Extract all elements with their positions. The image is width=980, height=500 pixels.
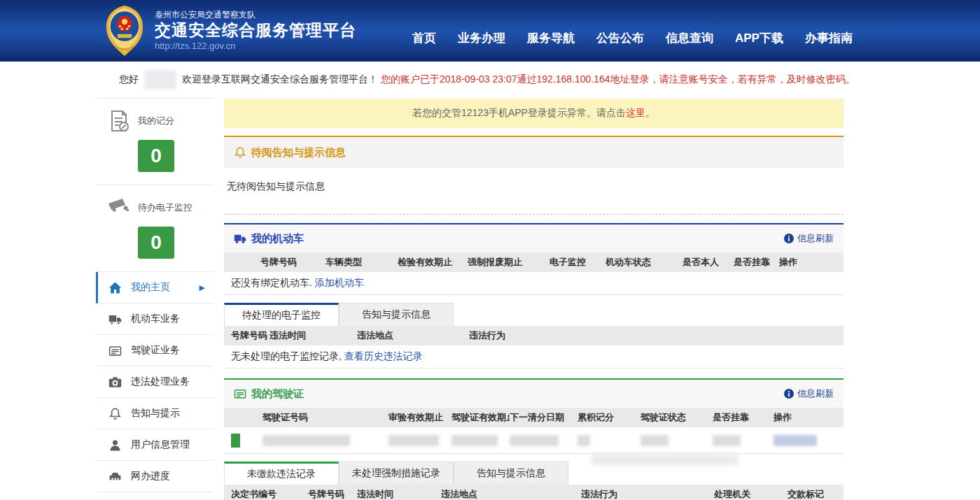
notice-here-link[interactable]: 这里 (626, 107, 645, 120)
redacted-value (578, 435, 590, 446)
stat-card-my-points[interactable]: 我的记分 0 (96, 99, 214, 185)
redacted-blur (592, 453, 738, 466)
sidebar-item-my-homepage[interactable]: 我的主页 ▶ (96, 272, 214, 303)
agency-name: 泰州市公安局交通警察支队 (155, 10, 356, 20)
site-logo-block[interactable]: 泰州市公安局交通警察支队 交通安全综合服务管理平台 http://tzs.122… (102, 5, 356, 57)
sidebar-item-notifications[interactable]: 告知与提示 (96, 398, 214, 429)
sidebar-item-license-business[interactable]: 驾驶证业务 (96, 335, 214, 366)
sidebar-item-label: 驾驶证业务 (131, 344, 180, 357)
license-data-row-redacted (224, 427, 844, 454)
welcome-message: 欢迎登录互联网交通安全综合服务管理平台！ (182, 73, 378, 86)
info-icon (784, 389, 794, 399)
tab-notices-info[interactable]: 告知与提示信息 (339, 303, 454, 326)
column-header: 违法时间 (270, 329, 357, 342)
site-url: http://tzs.122.gov.cn (155, 41, 356, 52)
tab-unpaid-violations[interactable]: 未缴款违法记录 (224, 462, 339, 485)
column-header: 检验有效期止 (398, 256, 468, 269)
column-header: 电子监控 (550, 256, 606, 269)
view-violation-history-link[interactable]: 查看历史违法记录 (344, 350, 423, 363)
column-header: 累积记分 (578, 411, 640, 424)
welcome-bar: 您好 欢迎登录互联网交通安全综合服务管理平台！ 您的账户已于2018-09-03… (0, 62, 980, 98)
police-badge-icon (102, 5, 148, 57)
vehicles-refresh-link[interactable]: 信息刷新 (784, 232, 834, 245)
notice-suffix: 。 (645, 107, 655, 120)
sidebar-item-label: 网办进度 (131, 470, 170, 483)
column-header: 处理机关 (714, 488, 788, 500)
monitor-table-header: 号牌号码 违法时间 违法地点 违法行为 (224, 326, 844, 345)
monitor-tabbar: 待处理的电子监控 告知与提示信息 (224, 303, 844, 326)
redacted-value (388, 435, 439, 446)
redacted-value (262, 435, 350, 446)
monitor-tabs-block: 待处理的电子监控 告知与提示信息 号牌号码 违法时间 违法地点 违法行为 无未处… (224, 303, 844, 369)
main-content: 若您的交管12123手机APP登录提示异常。请点击这里。 待阅告知与提示信息 无… (224, 98, 844, 500)
column-header: 号牌号码 (308, 488, 357, 500)
violations-table-header: 决定书编号 号牌号码 违法时间 违法地点 违法行为 处理机关 交款标记 (224, 485, 844, 500)
sidebar-item-label: 告知与提示 (131, 407, 180, 420)
license-card-icon (234, 387, 246, 400)
car-icon (108, 470, 122, 483)
sidebar-item-online-progress[interactable]: 网办进度 (96, 461, 214, 492)
stat-card-pending-monitoring[interactable]: 待办电子监控 0 (96, 185, 214, 272)
nav-item-info-query[interactable]: 信息查询 (666, 30, 713, 46)
nav-item-announcements[interactable]: 公告公布 (596, 30, 644, 46)
tab-pending-electronic-monitoring[interactable]: 待处理的电子监控 (224, 303, 339, 326)
column-header: 交款标记 (788, 488, 844, 500)
redacted-action-link (774, 435, 817, 446)
add-vehicle-link[interactable]: 添加机动车 (315, 277, 364, 290)
nav-item-home[interactable]: 首页 (412, 30, 436, 46)
nav-item-guide[interactable]: 办事指南 (805, 30, 853, 46)
column-header: 操作 (779, 256, 844, 269)
tab-unhandled-measures[interactable]: 未处理强制措施记录 (339, 462, 454, 485)
sidebar-item-user-info[interactable]: 用户信息管理 (96, 429, 214, 461)
license-status-indicator (231, 434, 240, 448)
sidebar-item-label: 我的主页 (131, 281, 170, 294)
column-header: 驾驶证状态 (640, 411, 713, 424)
welcome-greeting: 您好 (119, 73, 139, 86)
sidebar-item-label: 违法处理业务 (131, 376, 190, 388)
score-document-icon (106, 109, 132, 133)
column-header: 机动车状态 (606, 256, 682, 269)
nav-item-business[interactable]: 业务办理 (458, 30, 505, 46)
license-refresh-link[interactable]: 信息刷新 (784, 387, 834, 400)
refresh-label: 信息刷新 (797, 387, 834, 400)
column-header: 强制报废期止 (468, 256, 550, 269)
app-login-notice: 若您的交管12123手机APP登录提示异常。请点击这里。 (224, 99, 844, 128)
stat-label: 我的记分 (138, 115, 174, 127)
column-header: 决定书编号 (224, 488, 308, 500)
column-header: 操作 (774, 411, 844, 424)
sidebar: 我的记分 0 待办电子监控 0 我的主页 ▶ (96, 98, 214, 500)
column-header: 违法地点 (441, 488, 581, 500)
section-title: 我的驾驶证 (251, 387, 304, 401)
sidebar-item-label: 用户信息管理 (131, 438, 190, 451)
bell-icon (234, 146, 246, 159)
column-header: 是否本人 (682, 256, 734, 269)
column-header: 下一清分日期 (510, 411, 578, 424)
top-navigation: 首页 业务办理 服务导航 公告公布 信息查询 APP下载 办事指南 (412, 30, 853, 46)
vehicles-table-header: 号牌号码 车辆类型 检验有效期止 强制报废期止 电子监控 机动车状态 是否本人 … (224, 252, 844, 272)
column-header: 车辆类型 (326, 256, 398, 269)
sidebar-item-vehicle-business[interactable]: 机动车业务 (96, 303, 214, 335)
section-title: 我的机动车 (251, 232, 304, 245)
sidebar-item-violation-business[interactable]: 违法处理业务 (96, 366, 214, 398)
column-header: 是否挂靠 (713, 411, 774, 424)
redacted-value (713, 435, 741, 446)
notice-text: 若您的交管12123手机APP登录提示异常。请点击 (412, 107, 626, 120)
bell-icon (108, 407, 122, 420)
section-header: 我的驾驶证 信息刷新 (224, 380, 844, 408)
column-header: 违法地点 (357, 329, 469, 342)
nav-item-service-nav[interactable]: 服务导航 (527, 30, 575, 46)
column-header: 违法行为 (581, 488, 714, 500)
column-header: 违法行为 (469, 329, 844, 342)
section-my-license: 我的驾驶证 信息刷新 驾驶证号码 审验有效期止 驾驶证有效期止 下一清分日期 累… (224, 378, 844, 454)
surveillance-camera-icon (106, 196, 132, 220)
violation-tabs-block: 未缴款违法记录 未处理强制措施记录 告知与提示信息 决定书编号 号牌号码 违法时… (224, 462, 844, 500)
redacted-value (640, 435, 668, 446)
column-header: 号牌号码 (224, 256, 326, 269)
tab-notices-info[interactable]: 告知与提示信息 (454, 462, 568, 485)
nav-item-app-download[interactable]: APP下载 (735, 30, 783, 46)
stat-label: 待办电子监控 (138, 201, 192, 214)
section-header: 我的机动车 信息刷新 (224, 224, 844, 252)
sidebar-item-label: 机动车业务 (131, 313, 180, 325)
sidebar-item-accident-quick-handle[interactable]: 事故快处 (96, 492, 214, 500)
login-security-alert: 您的账户已于2018-09-03 23:07通过192.168.100.164地… (381, 73, 855, 86)
